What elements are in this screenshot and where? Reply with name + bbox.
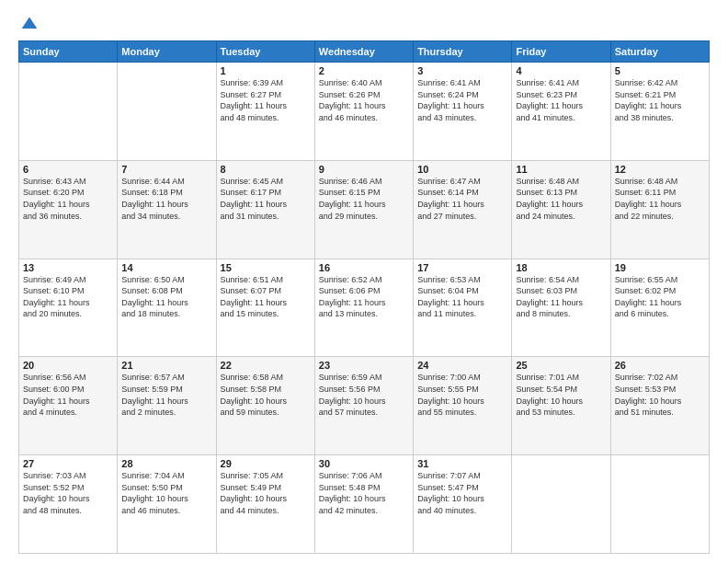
calendar-cell: 30Sunrise: 7:06 AM Sunset: 5:48 PM Dayli…	[314, 455, 413, 554]
day-number: 4	[516, 65, 606, 76]
calendar-cell: 22Sunrise: 6:58 AM Sunset: 5:58 PM Dayli…	[216, 357, 314, 455]
day-info: Sunrise: 6:41 AM Sunset: 6:23 PM Dayligh…	[516, 77, 606, 123]
day-info: Sunrise: 6:39 AM Sunset: 6:27 PM Dayligh…	[221, 77, 311, 123]
day-number: 23	[319, 360, 409, 371]
day-number: 17	[417, 262, 507, 273]
calendar-cell: 12Sunrise: 6:48 AM Sunset: 6:11 PM Dayli…	[610, 160, 709, 259]
calendar-header: SundayMondayTuesdayWednesdayThursdayFrid…	[19, 41, 710, 63]
calendar-cell: 5Sunrise: 6:42 AM Sunset: 6:21 PM Daylig…	[610, 63, 709, 161]
header-day-tuesday: Tuesday	[216, 41, 314, 63]
calendar-cell	[19, 63, 118, 161]
day-info: Sunrise: 6:56 AM Sunset: 6:00 PM Dayligh…	[23, 372, 113, 418]
calendar-cell: 11Sunrise: 6:48 AM Sunset: 6:13 PM Dayli…	[512, 160, 610, 259]
calendar-cell: 21Sunrise: 6:57 AM Sunset: 5:59 PM Dayli…	[118, 357, 216, 455]
calendar-cell: 16Sunrise: 6:52 AM Sunset: 6:06 PM Dayli…	[314, 259, 413, 357]
calendar-cell: 1Sunrise: 6:39 AM Sunset: 6:27 PM Daylig…	[216, 63, 314, 161]
day-info: Sunrise: 7:03 AM Sunset: 5:52 PM Dayligh…	[23, 470, 113, 516]
day-info: Sunrise: 6:53 AM Sunset: 6:04 PM Dayligh…	[417, 274, 507, 320]
calendar-cell: 6Sunrise: 6:43 AM Sunset: 6:20 PM Daylig…	[19, 160, 118, 259]
week-row-1: 6Sunrise: 6:43 AM Sunset: 6:20 PM Daylig…	[19, 160, 710, 259]
day-info: Sunrise: 6:42 AM Sunset: 6:21 PM Dayligh…	[615, 77, 705, 123]
calendar-cell: 25Sunrise: 7:01 AM Sunset: 5:54 PM Dayli…	[512, 357, 610, 455]
day-info: Sunrise: 7:05 AM Sunset: 5:49 PM Dayligh…	[221, 470, 311, 516]
day-number: 8	[221, 164, 311, 175]
week-row-3: 20Sunrise: 6:56 AM Sunset: 6:00 PM Dayli…	[19, 357, 710, 455]
day-number: 19	[615, 262, 705, 273]
calendar-cell: 9Sunrise: 6:46 AM Sunset: 6:15 PM Daylig…	[314, 160, 413, 259]
day-info: Sunrise: 6:58 AM Sunset: 5:58 PM Dayligh…	[221, 372, 311, 418]
calendar-cell: 29Sunrise: 7:05 AM Sunset: 5:49 PM Dayli…	[216, 455, 314, 554]
calendar-cell: 3Sunrise: 6:41 AM Sunset: 6:24 PM Daylig…	[414, 63, 512, 161]
calendar-cell: 15Sunrise: 6:51 AM Sunset: 6:07 PM Dayli…	[216, 259, 314, 357]
calendar-cell: 13Sunrise: 6:49 AM Sunset: 6:10 PM Dayli…	[19, 259, 118, 357]
calendar-cell: 26Sunrise: 7:02 AM Sunset: 5:53 PM Dayli…	[610, 357, 709, 455]
day-info: Sunrise: 6:50 AM Sunset: 6:08 PM Dayligh…	[121, 274, 211, 320]
day-info: Sunrise: 6:45 AM Sunset: 6:17 PM Dayligh…	[221, 176, 311, 222]
day-number: 22	[221, 360, 311, 371]
calendar-cell: 4Sunrise: 6:41 AM Sunset: 6:23 PM Daylig…	[512, 63, 610, 161]
header-day-friday: Friday	[512, 41, 610, 63]
header-row: SundayMondayTuesdayWednesdayThursdayFrid…	[19, 41, 710, 63]
calendar-cell: 24Sunrise: 7:00 AM Sunset: 5:55 PM Dayli…	[414, 357, 512, 455]
calendar-cell: 31Sunrise: 7:07 AM Sunset: 5:47 PM Dayli…	[414, 455, 512, 554]
day-info: Sunrise: 6:41 AM Sunset: 6:24 PM Dayligh…	[417, 77, 507, 123]
day-number: 21	[121, 360, 211, 371]
day-number: 9	[319, 164, 409, 175]
header	[18, 15, 710, 33]
calendar-cell: 17Sunrise: 6:53 AM Sunset: 6:04 PM Dayli…	[414, 259, 512, 357]
day-number: 18	[516, 262, 606, 273]
day-number: 24	[417, 360, 507, 371]
header-day-thursday: Thursday	[414, 41, 512, 63]
calendar-cell: 7Sunrise: 6:44 AM Sunset: 6:18 PM Daylig…	[118, 160, 216, 259]
calendar-cell: 2Sunrise: 6:40 AM Sunset: 6:26 PM Daylig…	[314, 63, 413, 161]
day-number: 12	[615, 164, 705, 175]
day-number: 2	[319, 65, 409, 76]
day-info: Sunrise: 6:40 AM Sunset: 6:26 PM Dayligh…	[319, 77, 409, 123]
day-number: 7	[121, 164, 211, 175]
day-number: 31	[417, 458, 507, 469]
day-info: Sunrise: 6:49 AM Sunset: 6:10 PM Dayligh…	[23, 274, 113, 320]
day-info: Sunrise: 6:54 AM Sunset: 6:03 PM Dayligh…	[516, 274, 606, 320]
day-info: Sunrise: 6:48 AM Sunset: 6:13 PM Dayligh…	[516, 176, 606, 222]
day-info: Sunrise: 6:59 AM Sunset: 5:56 PM Dayligh…	[319, 372, 409, 418]
logo	[18, 15, 39, 33]
calendar: SundayMondayTuesdayWednesdayThursdayFrid…	[18, 40, 710, 554]
week-row-4: 27Sunrise: 7:03 AM Sunset: 5:52 PM Dayli…	[19, 455, 710, 554]
day-info: Sunrise: 6:44 AM Sunset: 6:18 PM Dayligh…	[121, 176, 211, 222]
calendar-cell: 23Sunrise: 6:59 AM Sunset: 5:56 PM Dayli…	[314, 357, 413, 455]
calendar-cell	[610, 455, 709, 554]
day-info: Sunrise: 7:00 AM Sunset: 5:55 PM Dayligh…	[417, 372, 507, 418]
calendar-cell: 27Sunrise: 7:03 AM Sunset: 5:52 PM Dayli…	[19, 455, 118, 554]
day-number: 3	[417, 65, 507, 76]
calendar-cell: 10Sunrise: 6:47 AM Sunset: 6:14 PM Dayli…	[414, 160, 512, 259]
day-number: 11	[516, 164, 606, 175]
header-day-wednesday: Wednesday	[314, 41, 413, 63]
day-info: Sunrise: 6:47 AM Sunset: 6:14 PM Dayligh…	[417, 176, 507, 222]
day-info: Sunrise: 6:55 AM Sunset: 6:02 PM Dayligh…	[615, 274, 705, 320]
calendar-cell: 19Sunrise: 6:55 AM Sunset: 6:02 PM Dayli…	[610, 259, 709, 357]
day-number: 25	[516, 360, 606, 371]
day-info: Sunrise: 6:48 AM Sunset: 6:11 PM Dayligh…	[615, 176, 705, 222]
day-info: Sunrise: 6:52 AM Sunset: 6:06 PM Dayligh…	[319, 274, 409, 320]
calendar-cell: 8Sunrise: 6:45 AM Sunset: 6:17 PM Daylig…	[216, 160, 314, 259]
day-number: 1	[221, 65, 311, 76]
svg-marker-0	[22, 17, 38, 29]
header-day-sunday: Sunday	[19, 41, 118, 63]
page: SundayMondayTuesdayWednesdayThursdayFrid…	[0, 0, 728, 563]
day-number: 5	[615, 65, 705, 76]
calendar-body: 1Sunrise: 6:39 AM Sunset: 6:27 PM Daylig…	[19, 63, 710, 554]
logo-icon	[20, 15, 39, 33]
day-info: Sunrise: 6:51 AM Sunset: 6:07 PM Dayligh…	[221, 274, 311, 320]
calendar-cell: 20Sunrise: 6:56 AM Sunset: 6:00 PM Dayli…	[19, 357, 118, 455]
day-info: Sunrise: 7:07 AM Sunset: 5:47 PM Dayligh…	[417, 470, 507, 516]
calendar-cell: 18Sunrise: 6:54 AM Sunset: 6:03 PM Dayli…	[512, 259, 610, 357]
day-info: Sunrise: 7:06 AM Sunset: 5:48 PM Dayligh…	[319, 470, 409, 516]
day-number: 16	[319, 262, 409, 273]
day-number: 20	[23, 360, 113, 371]
week-row-0: 1Sunrise: 6:39 AM Sunset: 6:27 PM Daylig…	[19, 63, 710, 161]
calendar-cell	[512, 455, 610, 554]
day-number: 26	[615, 360, 705, 371]
day-number: 14	[121, 262, 211, 273]
day-info: Sunrise: 6:46 AM Sunset: 6:15 PM Dayligh…	[319, 176, 409, 222]
calendar-cell: 28Sunrise: 7:04 AM Sunset: 5:50 PM Dayli…	[118, 455, 216, 554]
